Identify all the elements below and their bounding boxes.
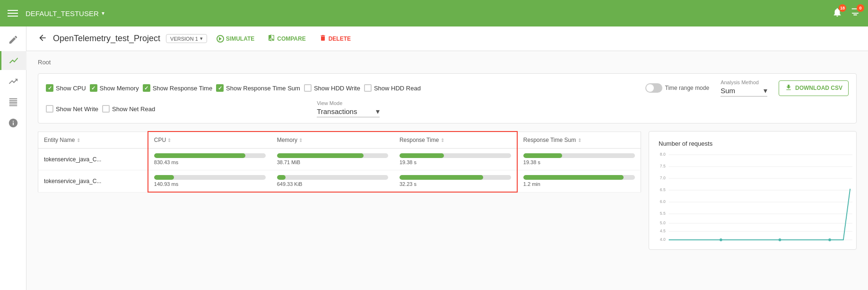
memory-checkbox[interactable] xyxy=(90,84,97,92)
svg-text:7.5: 7.5 xyxy=(660,164,666,168)
notifications-btn[interactable]: 18 xyxy=(832,7,842,19)
chevron-down-icon[interactable]: ▾ xyxy=(102,10,104,17)
col-header-response-time[interactable]: Response Time ⇕ xyxy=(394,132,517,149)
sidebar-item-info[interactable] xyxy=(4,114,23,132)
table-row: tokenservice_java_C... 830.43 ms 38.71 M… xyxy=(38,149,641,170)
delete-icon xyxy=(319,34,327,43)
view-mode-chevron[interactable]: ▾ xyxy=(376,107,380,116)
sort-icon-rt: ⇕ xyxy=(441,138,444,143)
analysis-method-dropdown-wrap: Analysis Method Sum ▾ xyxy=(720,79,767,97)
cell-response-time-sum: 1.2 min xyxy=(517,170,641,193)
response-time-checkbox[interactable] xyxy=(143,84,150,92)
main-content: OpenTelemetry_test_Project VERSION 1 ▾ S… xyxy=(26,26,868,290)
chart-area: Number of requests 8.0 7.5 7.0 6.5 6.0 5… xyxy=(649,131,857,250)
sort-icon-entity: ⇕ xyxy=(77,138,80,143)
sub-header: OpenTelemetry_test_Project VERSION 1 ▾ S… xyxy=(26,26,868,51)
content-area: Root Show CPU Show Memory Show Resp xyxy=(26,51,868,257)
svg-point-19 xyxy=(779,238,781,241)
checkbox-response-time[interactable]: Show Response Time xyxy=(143,84,212,92)
sidebar xyxy=(0,26,26,290)
sidebar-item-edit[interactable] xyxy=(4,30,23,49)
sort-icon-cpu: ⇕ xyxy=(167,138,171,143)
cell-entity-name: tokenservice_java_C... xyxy=(38,170,148,193)
download-csv-button[interactable]: DOWNLOAD CSV xyxy=(779,80,849,96)
svg-point-20 xyxy=(828,238,831,241)
checkbox-memory[interactable]: Show Memory xyxy=(90,84,139,92)
chart-inner: 8.0 7.5 7.0 6.5 6.0 5.5 5.0 4.5 4.0 xyxy=(653,151,852,246)
checkbox-cpu[interactable]: Show CPU xyxy=(46,84,86,92)
svg-text:4.0: 4.0 xyxy=(660,237,666,242)
toggle-knob xyxy=(646,84,654,92)
time-range-toggle-wrap: Time range mode xyxy=(645,83,710,93)
filter-bottom-row: Show Net Write Show Net Read View Mode T… xyxy=(46,100,849,117)
analysis-method-chevron[interactable]: ▾ xyxy=(764,86,767,95)
cpu-checkbox[interactable] xyxy=(46,84,53,92)
col-header-entity[interactable]: Entity Name ⇕ xyxy=(38,132,148,149)
simulate-button[interactable]: SIMULATE xyxy=(213,33,258,44)
screen-btn[interactable]: 0 xyxy=(850,7,860,19)
top-nav: DEFAULT_TESTUSER ▾ 18 0 xyxy=(0,0,868,26)
notification-badge: 18 xyxy=(839,4,846,12)
svg-text:6.0: 6.0 xyxy=(660,199,666,204)
hdd-write-checkbox[interactable] xyxy=(304,84,312,92)
sort-icon-rts: ⇕ xyxy=(578,138,582,143)
analysis-method-value: Sum xyxy=(720,87,735,95)
net-read-checkbox[interactable] xyxy=(102,105,110,113)
chart-svg: 8.0 7.5 7.0 6.5 6.0 5.5 5.0 4.5 4.0 xyxy=(653,151,852,246)
filter-row: Show CPU Show Memory Show Response Time … xyxy=(38,73,857,123)
cell-response-time: 32.23 s xyxy=(394,170,517,193)
checkbox-hdd-read[interactable]: Show HDD Read xyxy=(364,84,421,92)
col-header-cpu[interactable]: CPU ⇕ xyxy=(148,132,271,149)
response-time-sum-checkbox[interactable] xyxy=(216,84,224,92)
view-mode-dropdown-wrap: View Mode Transactions ▾ xyxy=(317,100,380,117)
chart-title: Number of requests xyxy=(653,135,852,147)
hamburger-menu[interactable] xyxy=(8,10,18,17)
checkbox-hdd-write[interactable]: Show HDD Write xyxy=(304,84,360,92)
filter-controls-right: Time range mode Analysis Method Sum ▾ xyxy=(645,79,849,97)
top-nav-left: DEFAULT_TESTUSER ▾ xyxy=(8,9,104,18)
table-row: tokenservice_java_C... 140.93 ms 649.33 … xyxy=(38,170,641,193)
time-range-toggle[interactable] xyxy=(645,83,662,93)
col-header-rts[interactable]: Response Time Sum ⇕ xyxy=(517,132,641,149)
chart-panel: Number of requests 8.0 7.5 7.0 6.5 6.0 5… xyxy=(649,131,857,250)
project-title: OpenTelemetry_test_Project xyxy=(53,34,160,44)
net-write-checkbox[interactable] xyxy=(46,105,53,113)
sidebar-item-trending[interactable] xyxy=(4,72,23,91)
compare-icon xyxy=(268,34,275,43)
col-header-memory[interactable]: Memory ⇕ xyxy=(271,132,394,149)
delete-button[interactable]: DELETE xyxy=(315,32,355,45)
simulate-icon xyxy=(217,35,224,43)
checkbox-net-read[interactable]: Show Net Read xyxy=(102,105,155,113)
svg-text:4.5: 4.5 xyxy=(660,228,666,233)
time-range-label: Time range mode xyxy=(665,85,710,91)
hdd-read-checkbox[interactable] xyxy=(364,84,372,92)
top-nav-right: 18 0 xyxy=(832,7,860,19)
svg-text:6.5: 6.5 xyxy=(660,187,666,192)
data-table: Entity Name ⇕ CPU ⇕ Memory ⇕ Response Ti… xyxy=(38,131,641,193)
sort-icon-memory: ⇕ xyxy=(299,138,303,143)
download-icon xyxy=(785,84,792,93)
screen-badge: 0 xyxy=(857,4,864,12)
sidebar-item-analytics[interactable] xyxy=(0,51,26,70)
compare-button[interactable]: COMPARE xyxy=(264,32,309,45)
svg-point-18 xyxy=(720,238,722,241)
cell-response-time: 19.38 s xyxy=(394,149,517,170)
cell-cpu: 830.43 ms xyxy=(148,149,271,170)
cell-response-time-sum: 19.38 s xyxy=(517,149,641,170)
analysis-method-label: Analysis Method xyxy=(720,79,767,85)
back-button[interactable] xyxy=(38,33,47,44)
sidebar-item-table[interactable] xyxy=(4,93,23,112)
checkbox-response-time-sum[interactable]: Show Response Time Sum xyxy=(216,84,300,92)
cell-memory: 38.71 MiB xyxy=(271,149,394,170)
cell-cpu: 140.93 ms xyxy=(148,170,271,193)
version-label: VERSION 1 xyxy=(170,36,198,42)
checkbox-net-write[interactable]: Show Net Write xyxy=(46,105,98,113)
cell-memory: 649.33 KiB xyxy=(271,170,394,193)
cell-entity-name: tokenservice_java_C... xyxy=(38,149,148,170)
svg-text:8.0: 8.0 xyxy=(660,152,666,157)
svg-text:5.0: 5.0 xyxy=(660,220,666,225)
table-panel: Entity Name ⇕ CPU ⇕ Memory ⇕ Response Ti… xyxy=(38,131,641,250)
svg-text:7.0: 7.0 xyxy=(660,176,666,180)
version-badge[interactable]: VERSION 1 ▾ xyxy=(166,34,207,43)
app-layout: OpenTelemetry_test_Project VERSION 1 ▾ S… xyxy=(0,26,868,290)
